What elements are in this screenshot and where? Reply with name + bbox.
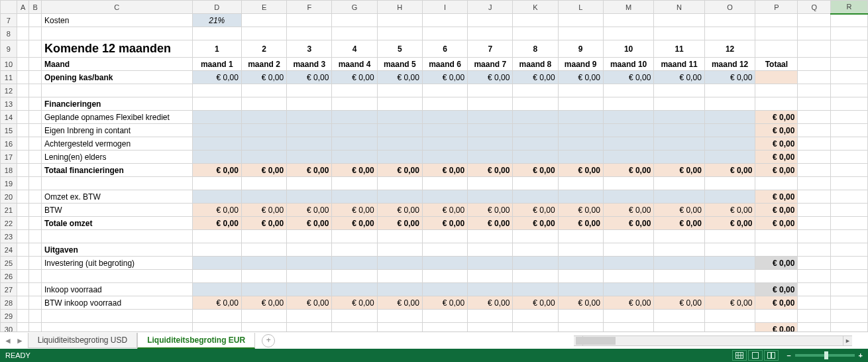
- cell-O13[interactable]: [704, 97, 755, 111]
- cell-B16[interactable]: [29, 137, 42, 151]
- cell-D18[interactable]: € 0,00: [192, 164, 241, 177]
- cell-B12[interactable]: [29, 84, 42, 97]
- cell-B25[interactable]: [29, 257, 42, 270]
- cell-P16[interactable]: € 0,00: [755, 137, 798, 151]
- cell-P14[interactable]: € 0,00: [755, 111, 798, 124]
- cell-J16[interactable]: [468, 137, 513, 151]
- cell-B24[interactable]: [29, 243, 42, 257]
- cell-D19[interactable]: [192, 177, 241, 190]
- cell-P27[interactable]: € 0,00: [755, 283, 798, 296]
- cell-B9[interactable]: [29, 40, 42, 58]
- cell-F16[interactable]: [287, 137, 332, 151]
- cell-F15[interactable]: [287, 124, 332, 137]
- cell-C22[interactable]: Totale omzet: [42, 217, 192, 230]
- cell-B29[interactable]: [29, 310, 42, 323]
- cell-N25[interactable]: [654, 257, 705, 270]
- cell-G26[interactable]: [332, 270, 377, 283]
- cell-O8[interactable]: [704, 27, 755, 40]
- cell-O29[interactable]: [704, 310, 755, 323]
- cell-M13[interactable]: [603, 97, 654, 111]
- cell-H27[interactable]: [377, 283, 422, 296]
- cell-L15[interactable]: [558, 124, 603, 137]
- cell-A26[interactable]: [17, 270, 29, 283]
- cell-N10[interactable]: maand 11: [654, 58, 705, 71]
- cell-O21[interactable]: € 0,00: [704, 204, 755, 217]
- cell-L17[interactable]: [558, 151, 603, 164]
- cell-D14[interactable]: [192, 111, 241, 124]
- cell-D29[interactable]: [192, 310, 241, 323]
- cell-B27[interactable]: [29, 283, 42, 296]
- cell-M24[interactable]: [603, 243, 654, 257]
- cell-I11[interactable]: € 0,00: [422, 71, 467, 84]
- cell-N12[interactable]: [654, 84, 705, 97]
- cell-R15[interactable]: [831, 124, 868, 137]
- cell-P28[interactable]: € 0,00: [755, 296, 798, 310]
- cell-M19[interactable]: [603, 177, 654, 190]
- cell-C15[interactable]: Eigen Inbreng in contant: [42, 124, 192, 137]
- cell-H23[interactable]: [377, 230, 422, 243]
- cell-P7[interactable]: [755, 14, 798, 27]
- cell-B19[interactable]: [29, 177, 42, 190]
- cell-J9[interactable]: 7: [468, 40, 513, 58]
- cell-D9[interactable]: 1: [192, 40, 241, 58]
- cell-N17[interactable]: [654, 151, 705, 164]
- cell-I24[interactable]: [422, 243, 467, 257]
- cell-D20[interactable]: [192, 190, 241, 204]
- cell-K20[interactable]: [513, 190, 558, 204]
- cell-R19[interactable]: [831, 177, 868, 190]
- row-header-19[interactable]: 19: [1, 177, 17, 190]
- cell-L12[interactable]: [558, 84, 603, 97]
- cell-F26[interactable]: [287, 270, 332, 283]
- cell-E7[interactable]: [241, 14, 286, 27]
- cell-O23[interactable]: [704, 230, 755, 243]
- cell-K14[interactable]: [513, 111, 558, 124]
- cell-F23[interactable]: [287, 230, 332, 243]
- cell-H22[interactable]: € 0,00: [377, 217, 422, 230]
- col-header-I[interactable]: I: [422, 1, 467, 14]
- cell-R21[interactable]: [831, 204, 868, 217]
- cell-R10[interactable]: [831, 58, 868, 71]
- cell-D28[interactable]: € 0,00: [192, 296, 241, 310]
- cell-I7[interactable]: [422, 14, 467, 27]
- tab-next-icon[interactable]: ►: [16, 336, 24, 345]
- cell-K23[interactable]: [513, 230, 558, 243]
- cell-E14[interactable]: [241, 111, 286, 124]
- cell-D25[interactable]: [192, 257, 241, 270]
- cell-O30[interactable]: [704, 323, 755, 332]
- cell-O24[interactable]: [704, 243, 755, 257]
- cell-G21[interactable]: € 0,00: [332, 204, 377, 217]
- col-header-E[interactable]: E: [241, 1, 286, 14]
- add-sheet-button[interactable]: +: [262, 334, 275, 347]
- cell-M30[interactable]: [603, 323, 654, 332]
- cell-D30[interactable]: [192, 323, 241, 332]
- cell-N26[interactable]: [654, 270, 705, 283]
- cell-B11[interactable]: [29, 71, 42, 84]
- cell-A7[interactable]: [17, 14, 29, 27]
- cell-M17[interactable]: [603, 151, 654, 164]
- cell-O28[interactable]: € 0,00: [704, 296, 755, 310]
- cell-C26[interactable]: [42, 270, 192, 283]
- cell-Q21[interactable]: [798, 204, 831, 217]
- cell-Q28[interactable]: [798, 296, 831, 310]
- view-page-break-button[interactable]: [764, 350, 779, 361]
- cell-I17[interactable]: [422, 151, 467, 164]
- cell-E9[interactable]: 2: [241, 40, 286, 58]
- cell-L18[interactable]: € 0,00: [558, 164, 603, 177]
- zoom-slider[interactable]: [795, 354, 855, 357]
- cell-J14[interactable]: [468, 111, 513, 124]
- cell-G24[interactable]: [332, 243, 377, 257]
- cell-P21[interactable]: € 0,00: [755, 204, 798, 217]
- cell-K26[interactable]: [513, 270, 558, 283]
- cell-F20[interactable]: [287, 190, 332, 204]
- cell-I27[interactable]: [422, 283, 467, 296]
- cell-G14[interactable]: [332, 111, 377, 124]
- cell-Q10[interactable]: [798, 58, 831, 71]
- cell-R14[interactable]: [831, 111, 868, 124]
- cell-C17[interactable]: Lening(en) elders: [42, 151, 192, 164]
- cell-O19[interactable]: [704, 177, 755, 190]
- col-header-G[interactable]: G: [332, 1, 377, 14]
- cell-F7[interactable]: [287, 14, 332, 27]
- cell-I30[interactable]: [422, 323, 467, 332]
- cell-K18[interactable]: € 0,00: [513, 164, 558, 177]
- cell-B23[interactable]: [29, 230, 42, 243]
